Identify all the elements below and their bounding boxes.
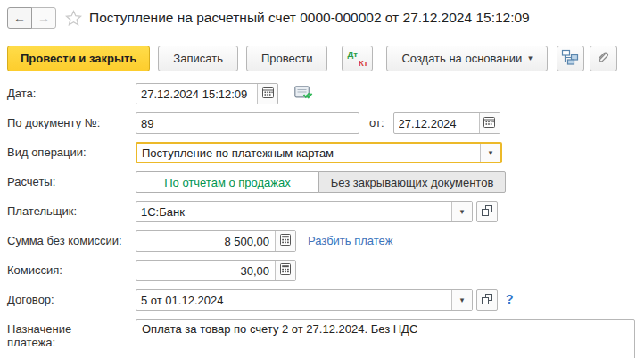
chevron-down-icon: ▾: [489, 148, 493, 157]
date-input[interactable]: [136, 84, 257, 104]
amount-input[interactable]: [136, 231, 275, 251]
amount-field: [136, 230, 296, 252]
doc-date-from-label: от:: [359, 112, 393, 129]
structure-icon: [561, 49, 579, 68]
window-header: ← → Поступление на расчетный счет 0000-0…: [0, 0, 644, 30]
structure-button[interactable]: [557, 46, 584, 71]
page-title: Поступление на расчетный счет 0000-00000…: [89, 10, 530, 26]
doc-calendar-button[interactable]: [479, 113, 500, 133]
date-row: Дата:: [7, 83, 637, 104]
calculator-icon: [280, 234, 291, 248]
contract-dropdown-button[interactable]: ▾: [451, 290, 472, 310]
create-based-on-button[interactable]: Создать на основании ▾: [386, 46, 547, 71]
amount-calculator-button[interactable]: [275, 231, 295, 251]
favorite-star-icon[interactable]: [65, 10, 82, 27]
payer-open-button[interactable]: [476, 201, 498, 222]
posted-status-icon: [294, 86, 313, 103]
payer-label: Плательщик:: [7, 201, 136, 218]
chevron-down-icon: ▾: [528, 54, 533, 62]
settlements-row: Расчеты: По отчетам о продажах Без закры…: [7, 171, 637, 193]
contract-field: ▾: [136, 289, 473, 311]
payment-purpose-textarea[interactable]: Оплата за товар по счету 2 от 27.12.2024…: [136, 319, 635, 358]
payment-purpose-label: Назначение платежа:: [7, 319, 136, 349]
split-payment-link[interactable]: Разбить платеж: [308, 230, 392, 247]
forward-button[interactable]: →: [31, 7, 56, 29]
contract-row: Договор: ▾ ?: [7, 289, 637, 311]
commission-input[interactable]: [136, 261, 275, 280]
settlements-label: Расчеты:: [7, 171, 136, 188]
amount-row: Сумма без комиссии: Разбить платеж: [7, 230, 637, 252]
dtkt-postings-button[interactable]: Дт Кт: [342, 46, 373, 71]
contract-open-button[interactable]: [476, 289, 498, 311]
date-label: Дата:: [7, 83, 136, 100]
chevron-down-icon: ▾: [460, 296, 465, 304]
doc-date-input[interactable]: [394, 113, 479, 133]
operation-type-select[interactable]: ▾: [136, 142, 502, 163]
doc-number-row: По документу №: от:: [7, 112, 637, 134]
operation-type-input[interactable]: [137, 144, 480, 162]
commission-calculator-button[interactable]: [275, 261, 295, 280]
credit-label: Кт: [359, 58, 367, 68]
forward-arrow-icon: →: [37, 11, 50, 25]
operation-type-label: Вид операции:: [7, 142, 136, 159]
payer-field: ▾: [136, 201, 473, 222]
create-based-on-label: Создать на основании: [401, 52, 522, 65]
doc-date-field: [393, 112, 500, 134]
operation-type-row: Вид операции: ▾: [7, 142, 637, 163]
chevron-down-icon: ▾: [460, 207, 465, 216]
post-and-close-button[interactable]: Провести и закрыть: [7, 46, 150, 71]
payer-dropdown-button[interactable]: ▾: [451, 202, 472, 221]
doc-number-input[interactable]: [136, 113, 359, 133]
calendar-button[interactable]: [257, 84, 277, 104]
payer-input[interactable]: [136, 202, 451, 221]
commission-label: Комиссия:: [7, 260, 136, 277]
contract-label: Договор:: [7, 289, 136, 306]
toolbar: Провести и закрыть Записать Провести Дт …: [0, 45, 644, 71]
calculator-icon: [280, 263, 291, 278]
settlements-option-sales-reports[interactable]: По отчетам о продажах: [136, 171, 319, 193]
attachments-button[interactable]: [590, 46, 617, 71]
amount-label: Сумма без комиссии:: [7, 230, 136, 247]
save-button[interactable]: Записать: [158, 46, 238, 71]
commission-row: Комиссия:: [7, 260, 637, 281]
contract-help-link[interactable]: ?: [506, 289, 514, 306]
open-value-icon: [482, 205, 492, 219]
commission-field: [136, 260, 296, 281]
post-button[interactable]: Провести: [246, 46, 328, 71]
open-value-icon: [482, 294, 492, 307]
debit-label: Дт: [347, 49, 357, 59]
doc-number-field: [136, 112, 359, 134]
calendar-icon: [262, 87, 274, 101]
document-form: Дата: По документу №: от:: [0, 71, 644, 358]
doc-number-label: По документу №:: [7, 112, 136, 129]
payer-row: Плательщик: ▾: [7, 201, 637, 222]
payment-purpose-row: Назначение платежа: Оплата за товар по с…: [7, 319, 637, 358]
contract-input[interactable]: [136, 290, 451, 310]
settlements-option-no-closing-docs[interactable]: Без закрывающих документов: [318, 171, 506, 193]
date-field: [136, 83, 278, 104]
operation-dropdown-button[interactable]: ▾: [480, 144, 500, 162]
paperclip-icon: [596, 50, 610, 67]
calendar-icon: [483, 116, 495, 130]
history-nav: ← →: [7, 7, 56, 29]
back-arrow-icon: ←: [13, 11, 26, 25]
back-button[interactable]: ←: [7, 7, 32, 29]
